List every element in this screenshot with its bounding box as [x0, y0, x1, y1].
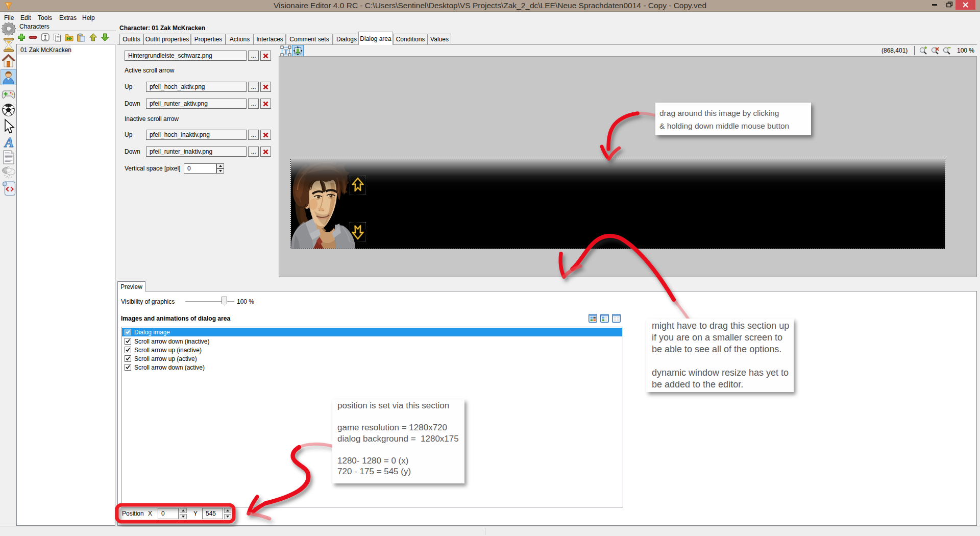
svg-text:A: A — [4, 135, 14, 150]
svg-text:T: T — [284, 47, 288, 55]
